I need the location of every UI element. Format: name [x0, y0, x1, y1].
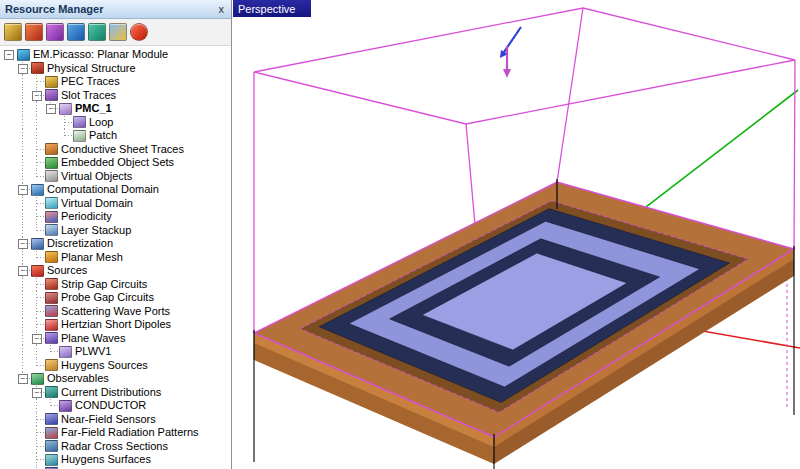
domain-edge-right[interactable]	[794, 60, 795, 249]
virtual-domain-icon	[45, 197, 58, 209]
tree-item-label: EM.Picasso: Planar Module	[33, 48, 172, 61]
tree-item-label: Far-Field Radiation Patterns	[61, 426, 203, 439]
tree-guide: −	[30, 89, 44, 103]
tree-item-planar-mesh[interactable]: Planar Mesh	[0, 251, 231, 265]
tree-guide	[30, 251, 44, 265]
tree-item-huygens-surfaces[interactable]: Huygens Surfaces	[0, 453, 231, 467]
tree-item-label: Huygens Sources	[61, 359, 152, 372]
tree-guide	[30, 359, 44, 373]
new-slot-trace-icon[interactable]	[25, 23, 43, 41]
tree-item-radar-cross-sections[interactable]: Radar Cross Sections	[0, 440, 231, 454]
tree-guide	[2, 413, 16, 427]
viewport-3d[interactable]	[232, 0, 800, 469]
tree-guide	[30, 156, 44, 170]
tree-guide	[16, 413, 30, 427]
tree-item-patch[interactable]: Patch	[0, 129, 231, 143]
new-sheet-trace-icon[interactable]	[46, 23, 64, 41]
tree-guide	[2, 453, 16, 467]
tree-item-sources[interactable]: −Sources	[0, 264, 231, 278]
tree-guide	[30, 75, 44, 89]
tree-item-conductive-sheet-traces[interactable]: Conductive Sheet Traces	[0, 143, 231, 157]
tree-item-computational-domain[interactable]: −Computational Domain	[0, 183, 231, 197]
module-icon	[17, 49, 30, 61]
tree-guide	[2, 102, 16, 116]
tree-expander[interactable]: −	[32, 91, 42, 101]
loop-icon	[73, 116, 86, 128]
charts-icon[interactable]	[109, 23, 127, 41]
tree-guide	[30, 170, 44, 184]
tree-expander[interactable]: −	[46, 104, 56, 114]
tree-guide	[30, 453, 44, 467]
patch-icon	[73, 130, 86, 142]
tree-item-label: PEC Traces	[61, 75, 124, 88]
tree-item-far-field-radiation-patterns[interactable]: Far-Field Radiation Patterns	[0, 426, 231, 440]
tree-item-embedded-object-sets[interactable]: Embedded Object Sets	[0, 156, 231, 170]
tree-guide	[16, 143, 30, 157]
tree-item-label: Physical Structure	[47, 62, 140, 75]
tree-item-virtual-objects[interactable]: Virtual Objects	[0, 170, 231, 184]
tree-expander[interactable]: −	[18, 374, 28, 384]
tree-guide: −	[2, 48, 16, 62]
conductor-icon	[59, 400, 72, 412]
tree-item-pmc-1[interactable]: −PMC_1	[0, 102, 231, 116]
tree-expander[interactable]: −	[18, 239, 28, 249]
domain-edge-back[interactable]	[557, 8, 583, 182]
tree-item-slot-traces[interactable]: −Slot Traces	[0, 89, 231, 103]
computational-domain-icon[interactable]	[67, 23, 85, 41]
tree-item-periodicity[interactable]: Periodicity	[0, 210, 231, 224]
tree-item-label: Patch	[89, 129, 121, 142]
tree-guide	[30, 440, 44, 454]
panel-title: Resource Manager	[5, 3, 103, 15]
tree-guide	[16, 426, 30, 440]
tree-guide	[16, 305, 30, 319]
tree-guide	[16, 251, 30, 265]
view-label: Perspective	[233, 0, 311, 17]
tree-item-layer-stackup[interactable]: Layer Stackup	[0, 224, 231, 238]
tree-item-em-picasso-planar-module[interactable]: −EM.Picasso: Planar Module	[0, 48, 231, 62]
tree-item-near-field-sensors[interactable]: Near-Field Sensors	[0, 413, 231, 427]
tree-guide	[2, 89, 16, 103]
tree-item-label: Computational Domain	[47, 183, 163, 196]
tree-guide	[30, 291, 44, 305]
new-pec-trace-icon[interactable]	[4, 23, 22, 41]
tree-item-virtual-domain[interactable]: Virtual Domain	[0, 197, 231, 211]
tree-expander[interactable]: −	[18, 64, 28, 74]
tree-expander[interactable]: −	[32, 388, 42, 398]
conductive-sheet-icon	[45, 143, 58, 155]
tree-guide: −	[30, 386, 44, 400]
tree-item-label: Observables	[47, 372, 113, 385]
tree-item-strip-gap-circuits[interactable]: Strip Gap Circuits	[0, 278, 231, 292]
tree-item-hertzian-short-dipoles[interactable]: Hertzian Short Dipoles	[0, 318, 231, 332]
sources-icon	[31, 265, 44, 277]
tree-item-label: Virtual Domain	[61, 197, 137, 210]
tree-item-probe-gap-circuits[interactable]: Probe Gap Circuits	[0, 291, 231, 305]
tree-item-conductor[interactable]: CONDUCTOR	[0, 399, 231, 413]
tree-expander[interactable]: −	[18, 266, 28, 276]
huygens-surfaces-icon	[45, 454, 58, 466]
planar-mesh-icon	[45, 251, 58, 263]
tree-expander[interactable]: −	[18, 185, 28, 195]
mesh-view-icon[interactable]	[88, 23, 106, 41]
tree-guide	[2, 210, 16, 224]
tree-item-scattering-wave-ports[interactable]: Scattering Wave Ports	[0, 305, 231, 319]
tree-guide	[2, 116, 16, 130]
tree-expander[interactable]: −	[4, 50, 14, 60]
tree-item-current-distributions[interactable]: −Current Distributions	[0, 386, 231, 400]
tree-guide	[16, 399, 30, 413]
run-simulation-icon[interactable]	[130, 23, 148, 41]
close-icon[interactable]: x	[217, 4, 227, 15]
tree-guide	[30, 197, 44, 211]
tree-item-plane-waves[interactable]: −Plane Waves	[0, 332, 231, 346]
tree-item-physical-structure[interactable]: −Physical Structure	[0, 62, 231, 76]
tree-item-pec-traces[interactable]: PEC Traces	[0, 75, 231, 89]
tree-item-observables[interactable]: −Observables	[0, 372, 231, 386]
layer-stackup-icon	[45, 224, 58, 236]
tree-guide	[2, 224, 16, 238]
tree-item-plwv1[interactable]: PLWV1	[0, 345, 231, 359]
tree-item-loop[interactable]: Loop	[0, 116, 231, 130]
tree-item-huygens-sources[interactable]: Huygens Sources	[0, 359, 231, 373]
tree-item-discretization[interactable]: −Discretization	[0, 237, 231, 251]
tree-expander[interactable]: −	[32, 334, 42, 344]
domain-top-face[interactable]	[254, 8, 795, 124]
tree-guide	[2, 318, 16, 332]
